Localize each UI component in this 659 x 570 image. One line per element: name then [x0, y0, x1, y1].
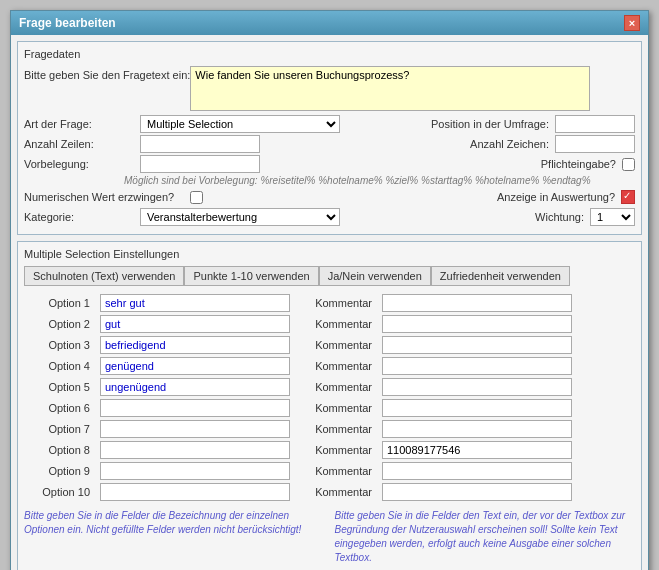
hint-right: Bitte geben Sie in die Felder den Text e… [335, 509, 636, 565]
option-label-10: Option 10 [24, 486, 94, 498]
numerisch-row: Numerischen Wert erzwingen? Anzeige in A… [24, 190, 635, 204]
option-input-5[interactable] [100, 378, 290, 396]
dialog-frage-bearbeiten: Frage bearbeiten × Fragedaten Bitte gebe… [10, 10, 649, 570]
pflicht-label: Pflichteingabe? [541, 158, 616, 170]
fragedaten-title: Fragedaten [24, 48, 635, 60]
option-label-9: Option 9 [24, 465, 94, 477]
position-label: Position in der Umfrage: [431, 118, 549, 130]
kommentar-input-9[interactable] [382, 462, 572, 480]
art-label: Art der Frage: [24, 118, 124, 130]
numerisch-checkbox[interactable] [190, 191, 203, 204]
kommentar-label-3: Kommentar [306, 339, 376, 351]
kommentar-label-1: Kommentar [306, 297, 376, 309]
title-bar: Frage bearbeiten × [11, 11, 648, 35]
vorbelegung-input[interactable] [140, 155, 260, 173]
position-input[interactable]: 1 [555, 115, 635, 133]
anzeige-label: Anzeige in Auswertung? [497, 191, 615, 203]
wichtung-select[interactable]: 1 [590, 208, 635, 226]
option-input-10[interactable] [100, 483, 290, 501]
option-label-6: Option 6 [24, 402, 94, 414]
option-input-2[interactable] [100, 315, 290, 333]
anzeige-checkbox[interactable] [621, 190, 635, 204]
option-input-9[interactable] [100, 462, 290, 480]
kommentar-input-6[interactable] [382, 399, 572, 417]
option-input-3[interactable] [100, 336, 290, 354]
kommentar-label-9: Kommentar [306, 465, 376, 477]
option-input-7[interactable] [100, 420, 290, 438]
option-label-3: Option 3 [24, 339, 94, 351]
tab-bar: Schulnoten (Text) verwenden Punkte 1-10 … [24, 266, 635, 286]
tab-schulnoten[interactable]: Schulnoten (Text) verwenden [24, 266, 184, 286]
fragetext-row: Bitte geben Sie den Fragetext ein: [24, 66, 635, 111]
kommentar-label-2: Kommentar [306, 318, 376, 330]
numerisch-label: Numerischen Wert erzwingen? [24, 190, 174, 204]
art-select[interactable]: Multiple Selection [140, 115, 340, 133]
anzahl-zeilen-input[interactable]: 1 [140, 135, 260, 153]
option-input-6[interactable] [100, 399, 290, 417]
wichtung-label: Wichtung: [535, 211, 584, 223]
kommentar-input-10[interactable] [382, 483, 572, 501]
option-input-1[interactable] [100, 294, 290, 312]
anzahl-row: Anzahl Zeilen: 1 Anzahl Zeichen: 59 [24, 135, 635, 153]
bottom-hints: Bitte geben Sie in die Felder die Bezeic… [24, 509, 635, 565]
kommentar-input-2[interactable] [382, 315, 572, 333]
option-label-8: Option 8 [24, 444, 94, 456]
tab-punkte[interactable]: Punkte 1-10 verwenden [184, 266, 318, 286]
kommentar-input-5[interactable] [382, 378, 572, 396]
kommentar-input-7[interactable] [382, 420, 572, 438]
option-label-4: Option 4 [24, 360, 94, 372]
kommentar-label-10: Kommentar [306, 486, 376, 498]
tab-jaNein[interactable]: Ja/Nein verwenden [319, 266, 431, 286]
fragetext-input[interactable] [190, 66, 590, 111]
hint-left: Bitte geben Sie in die Felder die Bezeic… [24, 509, 325, 565]
anzahl-zeilen-label: Anzahl Zeilen: [24, 138, 124, 150]
fragetext-label: Bitte geben Sie den Fragetext ein: [24, 66, 190, 83]
kategorie-select[interactable]: Veranstalterbewertung [140, 208, 340, 226]
option-label-5: Option 5 [24, 381, 94, 393]
anzahl-zeichen-label: Anzahl Zeichen: [470, 138, 549, 150]
option-label-7: Option 7 [24, 423, 94, 435]
anzahl-zeichen-input[interactable]: 59 [555, 135, 635, 153]
kommentar-input-4[interactable] [382, 357, 572, 375]
ms-section: Multiple Selection Einstellungen Schulno… [17, 241, 642, 570]
vorbelegung-row: Vorbelegung: Pflichteingabe? [24, 155, 635, 173]
kategorie-label: Kategorie: [24, 211, 124, 223]
kommentar-label-5: Kommentar [306, 381, 376, 393]
art-position-row: Art der Frage: Multiple Selection Positi… [24, 115, 635, 133]
vorbelegung-label: Vorbelegung: [24, 158, 124, 170]
option-input-8[interactable] [100, 441, 290, 459]
kommentar-label-7: Kommentar [306, 423, 376, 435]
kommentar-label-6: Kommentar [306, 402, 376, 414]
options-grid: Option 1KommentarOption 2KommentarOption… [24, 294, 635, 501]
option-label-1: Option 1 [24, 297, 94, 309]
option-input-4[interactable] [100, 357, 290, 375]
fragedaten-section: Fragedaten Bitte geben Sie den Fragetext… [17, 41, 642, 235]
kommentar-label-8: Kommentar [306, 444, 376, 456]
vorbelegung-hint: Möglich sind bei Vorbelegung: %reisetite… [124, 175, 635, 186]
tab-zufrieden[interactable]: Zufriedenheit verwenden [431, 266, 570, 286]
ms-section-title: Multiple Selection Einstellungen [24, 248, 635, 260]
kommentar-input-1[interactable] [382, 294, 572, 312]
close-button[interactable]: × [624, 15, 640, 31]
kategorie-row: Kategorie: Veranstalterbewertung Wichtun… [24, 208, 635, 226]
kommentar-label-4: Kommentar [306, 360, 376, 372]
dialog-title: Frage bearbeiten [19, 16, 116, 30]
option-label-2: Option 2 [24, 318, 94, 330]
kommentar-input-8[interactable] [382, 441, 572, 459]
pflicht-checkbox[interactable] [622, 158, 635, 171]
kommentar-input-3[interactable] [382, 336, 572, 354]
